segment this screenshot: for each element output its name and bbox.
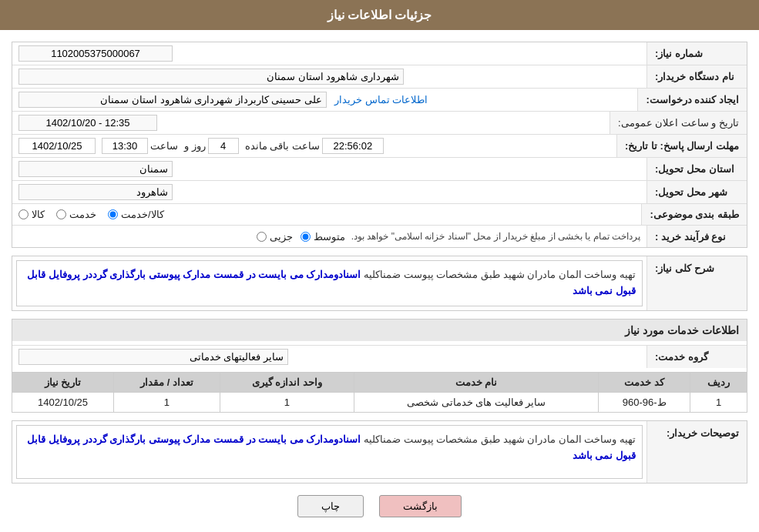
- service-group-row: گروه خدمت:: [12, 341, 747, 372]
- general-desc-content: تهیه وساخت المان مادران شهید طبق مشخصات …: [12, 256, 646, 310]
- category-value: کالا/خدمت خدمت کالا: [12, 204, 641, 225]
- city-label: شهر محل تحویل:: [646, 181, 747, 203]
- deadline-value: ساعت باقی مانده روز و ساعت: [12, 135, 616, 157]
- need-number-row: شماره نیاز:: [12, 42, 747, 65]
- general-desc-section: شرح کلی نیاز: تهیه وساخت المان مادران شه…: [12, 256, 747, 311]
- buyer-notes-label: توصیحات خریدار:: [646, 421, 747, 483]
- print-button[interactable]: چاپ: [297, 495, 364, 517]
- category-goods-service-radio[interactable]: [108, 209, 118, 219]
- buttons-row: بازگشت چاپ: [12, 495, 747, 529]
- creator-content: اطلاعات تماس خریدار: [18, 92, 631, 108]
- days-label: روز و: [184, 140, 206, 152]
- page-header: جزئیات اطلاعات نیاز: [0, 0, 759, 30]
- city-value: [12, 181, 646, 203]
- general-desc-label: شرح کلی نیاز:: [646, 256, 747, 310]
- services-table: ردیف کد خدمت نام خدمت واحد اندازه گیری ت…: [12, 372, 747, 413]
- main-info-section: شماره نیاز: نام دستگاه خریدار: ایجاد کنن…: [12, 42, 747, 248]
- process-radio-group: متوسط جزیی: [257, 231, 345, 243]
- announce-date-value: [12, 112, 610, 134]
- col-unit: واحد اندازه گیری: [220, 373, 354, 393]
- process-medium-label: متوسط: [314, 231, 345, 243]
- province-value: [12, 158, 646, 180]
- process-partial-radio[interactable]: [257, 232, 267, 242]
- countdown-content: ساعت باقی مانده روز و ساعت: [18, 138, 610, 154]
- cell-qty: 1: [113, 393, 220, 413]
- province-row: استان محل تحویل:: [12, 158, 747, 181]
- category-service[interactable]: خدمت: [56, 209, 96, 220]
- col-qty: تعداد / مقدار: [113, 373, 220, 393]
- cell-date: 1402/10/25: [12, 393, 114, 413]
- creator-input[interactable]: [18, 92, 327, 108]
- cell-row-num: 1: [690, 393, 747, 413]
- process-content: پرداخت تمام یا بخشی از مبلغ خریدار از مح…: [18, 231, 640, 243]
- category-service-label: خدمت: [69, 209, 96, 220]
- creator-value: اطلاعات تماس خریدار: [12, 89, 637, 111]
- days-part: روز و: [184, 138, 239, 154]
- process-note-text: پرداخت تمام یا بخشی از مبلغ خریدار از مح…: [351, 231, 640, 242]
- deadline-label: مهلت ارسال پاسخ: تا تاریخ:: [616, 135, 747, 157]
- process-partial[interactable]: جزیی: [257, 231, 293, 243]
- contact-link[interactable]: اطلاعات تماس خریدار: [334, 94, 428, 105]
- process-value: پرداخت تمام یا بخشی از مبلغ خریدار از مح…: [12, 226, 646, 247]
- creator-label: ایجاد کننده درخواست:: [637, 89, 747, 111]
- process-medium[interactable]: متوسط: [301, 231, 345, 243]
- buyer-org-input[interactable]: [18, 69, 404, 85]
- col-service-code: کد خدمت: [599, 373, 690, 393]
- service-group-value: [12, 345, 646, 368]
- service-group-input[interactable]: [18, 349, 288, 365]
- deadline-date-input[interactable]: [18, 138, 96, 154]
- buyer-notes-box: تهیه وساخت المان مادران شهید طبق مشخصات …: [16, 425, 643, 479]
- city-row: شهر محل تحویل:: [12, 181, 747, 204]
- category-goods-service[interactable]: کالا/خدمت: [108, 209, 164, 220]
- buyer-notes-content: تهیه وساخت المان مادران شهید طبق مشخصات …: [12, 421, 646, 483]
- service-group-label: گروه خدمت:: [646, 345, 747, 368]
- buyer-notes-highlight: اسنادومدارک می بایست در قمست مدارک پیوست…: [27, 433, 636, 461]
- table-body: 1 ط-96-960 سایر فعالیت های خدماتی شخصی 1…: [12, 393, 747, 413]
- category-radio-group: کالا/خدمت خدمت کالا: [18, 209, 635, 220]
- table-head: ردیف کد خدمت نام خدمت واحد اندازه گیری ت…: [12, 373, 747, 393]
- page-title: جزئیات اطلاعات نیاز: [327, 8, 432, 22]
- days-input[interactable]: [208, 138, 239, 154]
- main-content: شماره نیاز: نام دستگاه خریدار: ایجاد کنن…: [0, 30, 759, 532]
- category-row: طبقه بندی موضوعی: کالا/خدمت خدمت کالا: [12, 204, 747, 226]
- col-row-num: ردیف: [690, 373, 747, 393]
- need-number-label: شماره نیاز:: [646, 42, 747, 65]
- remaining-time-part: ساعت باقی مانده: [245, 138, 384, 154]
- cell-service-name: سایر فعالیت های خدماتی شخصی: [354, 393, 598, 413]
- province-label: استان محل تحویل:: [646, 158, 747, 180]
- category-goods-label: کالا: [32, 209, 45, 220]
- category-service-radio[interactable]: [56, 209, 66, 219]
- time-label-text: ساعت: [150, 140, 178, 152]
- process-row: نوع فرآیند خرید : پرداخت تمام یا بخشی از…: [12, 226, 747, 247]
- category-goods[interactable]: کالا: [18, 209, 45, 220]
- creator-row: ایجاد کننده درخواست: اطلاعات تماس خریدار: [12, 89, 747, 112]
- province-input[interactable]: [18, 161, 173, 177]
- remaining-time-input[interactable]: [322, 138, 384, 154]
- city-input[interactable]: [18, 184, 173, 200]
- table-row: 1 ط-96-960 سایر فعالیت های خدماتی شخصی 1…: [12, 393, 747, 413]
- back-button[interactable]: بازگشت: [379, 495, 462, 517]
- buyer-notes-section: توصیحات خریدار: تهیه وساخت المان مادران …: [12, 420, 747, 483]
- announce-date-input[interactable]: [18, 115, 157, 131]
- general-desc-highlight: اسنادومدارک می بایست در قمست مدارک پیوست…: [27, 269, 636, 296]
- time-part: ساعت: [102, 138, 178, 154]
- need-number-input[interactable]: [18, 45, 173, 62]
- page-container: جزئیات اطلاعات نیاز شماره نیاز: نام دستگ…: [0, 0, 759, 532]
- cell-unit: 1: [220, 393, 354, 413]
- table-header-row: ردیف کد خدمت نام خدمت واحد اندازه گیری ت…: [12, 373, 747, 393]
- deadline-row: مهلت ارسال پاسخ: تا تاریخ: ساعت باقی مان…: [12, 135, 747, 158]
- time-remaining-label: ساعت باقی مانده: [245, 140, 320, 152]
- announce-row: تاریخ و ساعت اعلان عمومی:: [12, 112, 747, 135]
- buyer-org-row: نام دستگاه خریدار:: [12, 65, 747, 89]
- process-medium-radio[interactable]: [301, 232, 311, 242]
- category-goods-service-label: کالا/خدمت: [121, 209, 164, 220]
- col-date: تاریخ نیاز: [12, 373, 114, 393]
- category-label: طبقه بندی موضوعی:: [641, 204, 747, 225]
- process-label: نوع فرآیند خرید :: [646, 226, 747, 247]
- buyer-org-label: نام دستگاه خریدار:: [646, 65, 747, 88]
- category-goods-radio[interactable]: [18, 209, 29, 219]
- announce-date-label: تاریخ و ساعت اعلان عمومی:: [610, 112, 747, 134]
- deadline-time-input[interactable]: [102, 138, 148, 154]
- col-service-name: نام خدمت: [354, 373, 598, 393]
- buyer-org-value: [12, 65, 646, 88]
